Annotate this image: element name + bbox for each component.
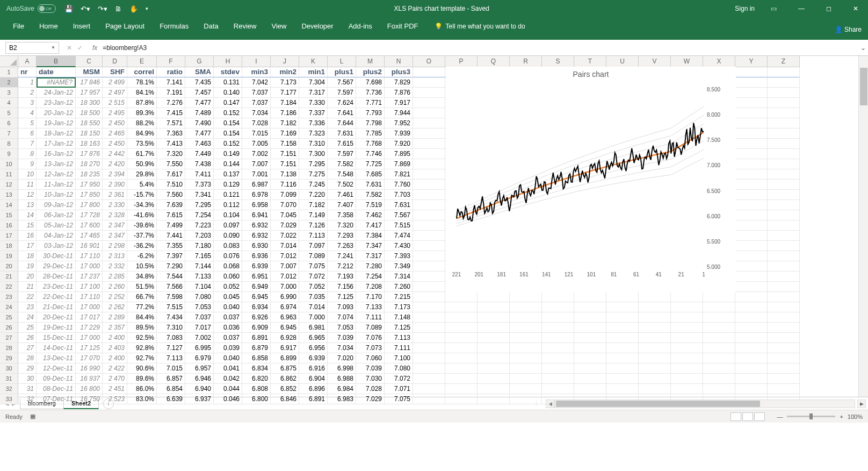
table-cell[interactable]: 6.946 [185, 374, 214, 384]
table-cell[interactable]: 7.029 [356, 394, 385, 404]
table-cell[interactable]: 7.075 [299, 261, 328, 272]
table-cell[interactable]: 2 450 [103, 118, 127, 129]
table-cell[interactable]: 7.771 [356, 98, 385, 108]
table-cell[interactable] [413, 149, 445, 159]
table-cell[interactable]: 7.034 [328, 343, 356, 353]
table-cell[interactable]: 7.615 [328, 139, 356, 149]
table-cell[interactable]: 18-Jan-12 [37, 129, 76, 139]
table-cell[interactable]: 09-Dec-11 [37, 374, 76, 384]
table-cell[interactable]: 6.891 [242, 333, 271, 343]
table-cell[interactable] [768, 139, 800, 149]
table-cell[interactable]: 6.808 [242, 384, 271, 394]
table-cell[interactable]: 7.435 [185, 77, 214, 88]
table-cell[interactable] [703, 353, 735, 363]
header-cell[interactable]: correl [127, 67, 157, 77]
table-cell[interactable]: 18 150 [76, 129, 103, 139]
row-header-30[interactable]: 30 [0, 363, 18, 374]
table-cell[interactable]: 0.041 [214, 363, 242, 374]
tab-data[interactable]: Data [196, 19, 226, 33]
table-cell[interactable]: 7.597 [328, 149, 356, 159]
table-cell[interactable] [735, 292, 768, 302]
scrollbar-thumb[interactable] [860, 68, 867, 105]
table-cell[interactable]: 7.113 [157, 353, 185, 363]
table-cell[interactable]: 30 [18, 374, 37, 384]
table-cell[interactable]: 2 262 [103, 302, 127, 312]
table-cell[interactable] [574, 353, 606, 363]
table-cell[interactable] [768, 231, 800, 241]
table-cell[interactable] [735, 353, 768, 363]
table-cell[interactable]: 17 100 [76, 282, 103, 292]
table-cell[interactable] [542, 302, 574, 312]
header-cell[interactable] [768, 67, 800, 77]
row-header-18[interactable]: 18 [0, 241, 18, 251]
table-cell[interactable]: 7.186 [271, 108, 299, 118]
table-cell[interactable]: 6.899 [271, 353, 299, 363]
table-cell[interactable] [606, 292, 639, 302]
table-cell[interactable]: 6.926 [242, 312, 271, 323]
table-cell[interactable]: 7.039 [328, 333, 356, 343]
table-cell[interactable] [413, 312, 445, 323]
table-cell[interactable] [768, 353, 800, 363]
table-cell[interactable] [413, 180, 445, 190]
table-cell[interactable]: 0.040 [214, 353, 242, 363]
table-cell[interactable] [735, 241, 768, 251]
table-cell[interactable]: 2 422 [103, 363, 127, 374]
table-cell[interactable]: 7.821 [385, 169, 413, 180]
table-cell[interactable]: 0.140 [214, 88, 242, 98]
table-cell[interactable]: 0.131 [214, 77, 242, 88]
header-cell[interactable]: date [37, 67, 76, 77]
table-cell[interactable]: 6.820 [242, 374, 271, 384]
table-cell[interactable]: 6.904 [299, 374, 328, 384]
table-cell[interactable]: 87.8% [127, 98, 157, 108]
table-cell[interactable] [413, 220, 445, 231]
table-cell[interactable] [413, 88, 445, 98]
table-cell[interactable]: 17 000 [76, 302, 103, 312]
table-cell[interactable]: 0.149 [214, 149, 242, 159]
table-cell[interactable] [445, 353, 478, 363]
table-cell[interactable]: 13 [18, 200, 37, 210]
table-cell[interactable]: 7.182 [299, 200, 328, 210]
table-cell[interactable]: 7.939 [385, 129, 413, 139]
table-cell[interactable] [735, 149, 768, 159]
table-cell[interactable]: 17 125 [76, 343, 103, 353]
table-cell[interactable]: 7.203 [185, 231, 214, 241]
table-cell[interactable]: 15 [18, 220, 37, 231]
table-cell[interactable]: 7.089 [356, 323, 385, 333]
table-cell[interactable]: 18 [18, 251, 37, 261]
table-cell[interactable]: 7.341 [185, 190, 214, 200]
table-cell[interactable] [768, 210, 800, 220]
table-cell[interactable]: 7.314 [385, 272, 413, 282]
tab-page-layout[interactable]: Page Layout [98, 19, 152, 33]
table-cell[interactable]: 7.100 [385, 353, 413, 363]
col-header-O[interactable]: O [413, 56, 445, 67]
table-cell[interactable]: 6.875 [271, 363, 299, 374]
table-cell[interactable]: 90.6% [127, 363, 157, 374]
table-cell[interactable]: 7.116 [271, 180, 299, 190]
table-cell[interactable]: 7.001 [242, 169, 271, 180]
table-cell[interactable] [735, 169, 768, 180]
table-cell[interactable]: 7.441 [157, 231, 185, 241]
table-cell[interactable]: 14 [18, 210, 37, 220]
table-cell[interactable]: 2 330 [103, 200, 127, 210]
row-header-14[interactable]: 14 [0, 200, 18, 210]
header-cell[interactable]: plus1 [328, 67, 356, 77]
table-cell[interactable]: 03-Jan-12 [37, 241, 76, 251]
table-cell[interactable]: 7.411 [185, 169, 214, 180]
table-cell[interactable]: 7.293 [328, 231, 356, 241]
undo-icon[interactable]: ↶▾ [81, 5, 90, 13]
table-cell[interactable] [574, 323, 606, 333]
table-cell[interactable] [735, 129, 768, 139]
table-cell[interactable]: 6.974 [271, 302, 299, 312]
table-cell[interactable]: 7.275 [299, 169, 328, 180]
table-cell[interactable]: 17 728 [76, 210, 103, 220]
table-cell[interactable]: 7.597 [328, 88, 356, 98]
table-cell[interactable] [510, 363, 542, 374]
table-cell[interactable]: 4 [18, 108, 37, 118]
table-cell[interactable]: 7.631 [328, 129, 356, 139]
table-cell[interactable]: 6.979 [185, 353, 214, 363]
col-header-Q[interactable]: Q [478, 56, 510, 67]
table-cell[interactable]: 0.044 [214, 384, 242, 394]
table-cell[interactable]: 7.415 [157, 108, 185, 118]
table-cell[interactable]: 7.223 [185, 220, 214, 231]
table-cell[interactable] [574, 374, 606, 384]
